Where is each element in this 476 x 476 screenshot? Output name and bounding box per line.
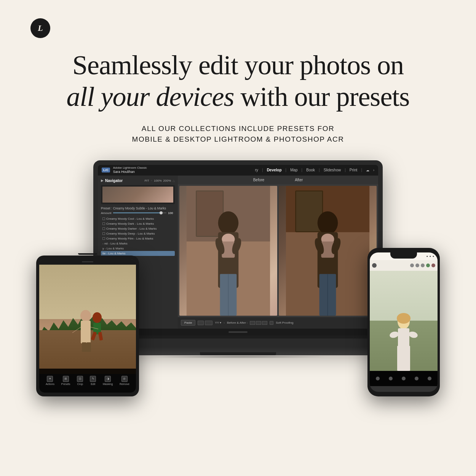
svg-rect-3 [197, 191, 223, 236]
tablet-remove-label: Remove [120, 383, 129, 385]
lr-preset-item[interactable]: Creamy Moody Cool - Lou & Marks [101, 216, 175, 221]
lr-separator2: | [286, 168, 287, 172]
phone-toolbar-left [372, 263, 377, 268]
lr-yy-label: YY ▾ [215, 321, 221, 324]
lr-photos-row [178, 184, 378, 317]
lr-preset-item[interactable]: Creamy Moody Darker - Lou & Marks [101, 226, 175, 231]
logo-letter: L [38, 23, 43, 33]
tablet-presets-label: Presets [61, 383, 70, 385]
lr-navigator-title: Navigator [105, 179, 123, 183]
phone-bottom-btn3[interactable] [402, 377, 406, 380]
phone-tool-icon5[interactable] [431, 264, 435, 267]
lr-filmstrip-handle[interactable] [228, 331, 248, 333]
lr-main-area: Before After [178, 176, 378, 329]
phone-tool-icon2[interactable] [415, 264, 419, 267]
devices-container: LrC Adobe Lightroom Classic Sara Houliha… [29, 160, 447, 396]
phone-back-icon[interactable] [372, 263, 377, 268]
tablet-screen: ✦ Actions ⊞ Presets ⊡ [39, 259, 136, 393]
tablet-crop-icon: ⊡ [77, 376, 83, 382]
lr-separator5: | [345, 168, 346, 172]
lr-after-label: After [295, 178, 303, 182]
tablet-tool-crop[interactable]: ⊡ Crop [77, 376, 83, 385]
tablet-notch-bar [82, 261, 93, 262]
svg-point-38 [408, 331, 418, 339]
svg-rect-31 [86, 342, 91, 352]
lr-menu-print[interactable]: Print [350, 168, 358, 172]
lr-cloud-icon: ☁ [366, 168, 369, 172]
phone-toolbar [370, 260, 438, 271]
lr-preset-item[interactable]: - nd - Lou & Marks [101, 241, 175, 246]
lr-zoom-100[interactable]: 100% [154, 179, 161, 182]
tablet-tool-presets[interactable]: ⊞ Presets [61, 376, 70, 385]
svg-point-24 [80, 310, 91, 321]
headline-normal: with our presets [234, 81, 409, 112]
lr-toolbar-icon2[interactable] [205, 321, 212, 325]
lr-amount-slider[interactable] [113, 212, 166, 213]
lr-preset-item[interactable]: Creamy Moody Dark - Lou & Marks [101, 221, 175, 226]
lr-separator3: | [302, 168, 303, 172]
tablet-actions-icon: ✦ [47, 376, 53, 382]
subheadline-line1: ALL OUR COLLECTIONS INCLUDE PRESETS FOR [142, 125, 335, 133]
lr-menu-map[interactable]: Map [290, 168, 297, 172]
lr-photo-before [179, 186, 277, 316]
tablet-tool-actions[interactable]: ✦ Actions [46, 376, 54, 385]
lr-navigator-preview [101, 185, 175, 204]
phone-tool-icon3[interactable] [421, 264, 425, 267]
laptop-screen: LrC Adobe Lightroom Classic Sara Houliha… [98, 165, 378, 339]
lr-photo-after [279, 186, 377, 316]
phone-tool-icon4[interactable] [426, 264, 430, 267]
phone-bottom-btn1[interactable] [376, 377, 380, 380]
lr-amount-row: Amount 100 [101, 211, 175, 215]
lr-menu-slideshow[interactable]: Slideshow [324, 168, 341, 172]
lr-zoom-200[interactable]: 200% [163, 179, 171, 182]
tablet-actions-label: Actions [46, 383, 54, 385]
lr-fit-btn[interactable]: FIT [145, 179, 149, 182]
lr-menu-book[interactable]: Book [306, 168, 315, 172]
lr-before-after-text: Before & After : [227, 321, 248, 324]
phone-bottom-btn4[interactable] [415, 377, 418, 380]
svg-point-35 [397, 313, 411, 324]
lr-checkbox-soft[interactable] [270, 321, 273, 325]
lr-nav-header: ▶ Navigator FIT ÷ 100% 200% △ [101, 179, 175, 183]
subheadline-line2: MOBILE & DESKTOP LIGHTROOM & PHOTOSHOP A… [132, 135, 344, 143]
phone-device: ● ● ● [367, 248, 440, 396]
lr-menu-arrow: › [373, 168, 374, 172]
lr-app-name: Adobe Lightroom Classic [113, 166, 147, 170]
lr-ba-icon3[interactable] [262, 321, 267, 325]
lr-paste-button[interactable]: Paste [181, 320, 195, 326]
svg-rect-33 [98, 332, 103, 340]
lr-toolbar-icon1[interactable] [198, 321, 204, 325]
phone-tool-icon1[interactable] [410, 264, 414, 267]
lr-preset-item[interactable]: Creamy Moody Deep - Lou & Marks [101, 231, 175, 236]
tablet-tool-edit[interactable]: ✎ Edit [90, 376, 96, 385]
phone-person-svg [387, 310, 421, 371]
tablet-device: ✦ Actions ⊞ Presets ⊡ [36, 256, 139, 396]
svg-rect-36 [398, 328, 409, 347]
svg-rect-32 [91, 332, 97, 341]
tablet-body: ✦ Actions ⊞ Presets ⊡ [36, 256, 139, 396]
lr-bottom-bar: Paste YY ▾ • Before & After : [178, 317, 378, 329]
svg-point-4 [218, 211, 239, 235]
lr-toolbar-icons [198, 321, 212, 325]
lr-content: ▶ Navigator FIT ÷ 100% 200% △ [98, 176, 378, 329]
lr-titlebar: LrC Adobe Lightroom Classic Sara Houliha… [98, 165, 378, 176]
tablet-tool-remove[interactable]: ⊘ Remove [120, 376, 129, 385]
svg-rect-25 [81, 321, 91, 343]
lr-menu-develop[interactable]: Develop [267, 168, 282, 172]
phone-bottom-btn5[interactable] [428, 377, 431, 380]
page-wrapper: L Seamlessly edit your photos on all you… [0, 0, 476, 476]
lr-preset-item[interactable]: y - Lou & Marks [101, 246, 175, 251]
phone-photo [370, 271, 438, 371]
tablet-presets-icon: ⊞ [63, 376, 69, 382]
tablet-tool-masking[interactable]: ◑ Masking [103, 376, 113, 385]
lr-preset-item[interactable]: Creamy Moody Film - Lou & Marks [101, 236, 175, 241]
lr-ba-icon2[interactable] [256, 321, 261, 325]
phone-body: ● ● ● [367, 248, 440, 396]
lr-fit-controls: FIT ÷ 100% 200% △ [145, 179, 175, 182]
lr-menu-library[interactable]: ry [255, 168, 258, 172]
tablet-masking-label: Masking [103, 383, 113, 385]
lr-before-label: Before [253, 178, 264, 182]
headline-line1: Seamlessly edit your photos on [72, 50, 404, 80]
phone-bottom-btn2[interactable] [389, 377, 393, 380]
lr-ba-icon1[interactable] [250, 321, 255, 325]
